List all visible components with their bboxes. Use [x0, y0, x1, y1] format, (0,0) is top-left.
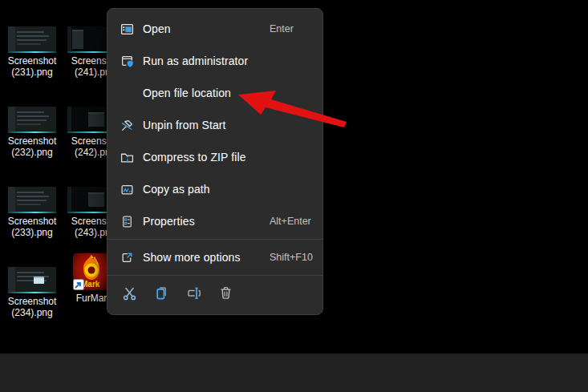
menu-item-label: Open: [143, 22, 171, 35]
menu-item-label: Compress to ZIP file: [143, 151, 246, 164]
rename-button[interactable]: [177, 280, 209, 309]
admin-shield-icon: [120, 55, 134, 68]
menu-item-unpin-from-start[interactable]: Unpin from Start: [107, 109, 322, 141]
menu-item-open-file-location[interactable]: Open file location: [107, 77, 322, 109]
trash-icon: [218, 285, 233, 304]
menu-item-label: Unpin from Start: [143, 119, 226, 131]
menu-item-shortcut: Enter: [270, 23, 294, 34]
copy-path-icon: [120, 183, 134, 196]
context-menu: Open Enter Run as administrator Open fil…: [107, 8, 323, 315]
quick-actions-row: [107, 277, 322, 311]
desktop-icon-screenshot-233[interactable]: Screenshot (233).png: [3, 187, 61, 238]
open-window-icon: [120, 22, 134, 36]
menu-item-compress-to-zip[interactable]: Compress to ZIP file: [107, 141, 322, 173]
menu-item-shortcut: Alt+Enter: [270, 216, 311, 227]
unpin-icon: [120, 119, 134, 132]
delete-button[interactable]: [209, 280, 241, 309]
file-thumbnail: [8, 187, 56, 213]
menu-item-label: Show more options: [143, 251, 241, 264]
menu-item-label: Properties: [143, 215, 195, 228]
menu-item-show-more-options[interactable]: Show more options Shift+F10: [107, 241, 322, 273]
file-label: Screenshot (231).png: [3, 55, 61, 78]
desktop-icon-screenshot-232[interactable]: Screenshot (232).png: [3, 107, 61, 158]
menu-separator: [107, 239, 322, 240]
file-label: Screenshot (234).png: [3, 296, 61, 318]
icon-spacer: [120, 87, 134, 100]
file-thumbnail: [8, 267, 56, 293]
menu-item-label: Copy as path: [143, 183, 210, 196]
menu-item-copy-as-path[interactable]: Copy as path: [107, 173, 322, 205]
menu-item-properties[interactable]: Properties Alt+Enter: [107, 205, 322, 237]
file-thumbnail: [8, 107, 56, 133]
file-thumbnail: [8, 26, 56, 53]
properties-icon: [120, 215, 134, 228]
menu-item-run-as-administrator[interactable]: Run as administrator: [107, 45, 322, 77]
menu-item-open[interactable]: Open Enter: [107, 13, 322, 45]
zip-folder-icon: [120, 151, 134, 164]
desktop-icon-screenshot-231[interactable]: Screenshot (231).png: [3, 26, 61, 78]
show-more-icon: [120, 251, 134, 265]
desktop-icon-screenshot-234[interactable]: Screenshot (234).png: [3, 267, 61, 318]
file-label: Screenshot (233).png: [3, 216, 61, 238]
scissors-icon: [122, 285, 137, 304]
menu-separator: [107, 275, 322, 276]
shortcut-arrow-overlay: [74, 280, 84, 290]
file-label: Screenshot (232).png: [3, 135, 61, 158]
furmark-flame-icon: Mark: [73, 253, 110, 290]
taskbar[interactable]: [0, 354, 588, 392]
rename-icon: [186, 285, 201, 304]
menu-item-shortcut: Shift+F10: [270, 252, 313, 263]
menu-item-label: Run as administrator: [143, 55, 248, 67]
copy-button[interactable]: [145, 280, 177, 309]
cut-button[interactable]: [113, 280, 145, 309]
menu-item-label: Open file location: [143, 87, 231, 99]
copy-icon: [154, 285, 169, 304]
